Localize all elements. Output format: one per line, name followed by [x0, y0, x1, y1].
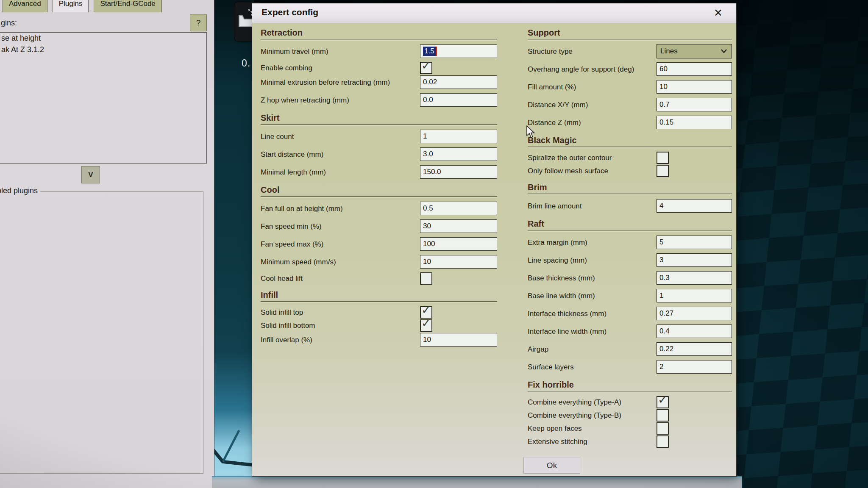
- input-base-line-width-mm[interactable]: [657, 289, 732, 302]
- mouse-cursor: [525, 125, 537, 138]
- input-distance-x-y-mm[interactable]: [657, 98, 732, 111]
- input-minimal-length-mm[interactable]: [420, 165, 497, 179]
- add-plugin-down-button[interactable]: V: [81, 166, 100, 183]
- checkbox-only-follow-mesh-surface[interactable]: [657, 165, 669, 177]
- section-heading-black-magic: Black Magic: [528, 135, 732, 146]
- field-label: Minimal extrusion before retracting (mm): [261, 78, 420, 86]
- field-label: Cool head lift: [261, 274, 420, 283]
- help-button[interactable]: ?: [190, 14, 207, 31]
- checkbox-keep-open-faces[interactable]: [657, 422, 669, 435]
- input-fan-speed-min[interactable]: [420, 219, 497, 233]
- row-base-line-width-mm: Base line width (mm): [528, 288, 732, 303]
- section-heading-support: Support: [528, 27, 732, 38]
- section-divider: [528, 194, 732, 195]
- ok-button[interactable]: Ok: [523, 457, 580, 474]
- plugins-list-label: gins:: [1, 19, 17, 28]
- input-base-thickness-mm[interactable]: [657, 271, 732, 285]
- field-control-slot: [657, 422, 732, 435]
- input-interface-thickness-mm[interactable]: [657, 307, 732, 320]
- tab-advanced[interactable]: Advanced: [3, 0, 47, 12]
- row-start-distance-mm: Start distance (mm): [261, 147, 497, 161]
- row-only-follow-mesh-surface: Only follow mesh surface: [528, 165, 732, 177]
- input-fill-amount[interactable]: [657, 80, 732, 94]
- field-label: Structure type: [528, 47, 657, 55]
- input-minimal-extrusion-before-retracting-mm[interactable]: [420, 75, 497, 89]
- row-cool-head-lift: Cool head lift: [261, 272, 497, 284]
- dialog-title: Expert config: [262, 7, 318, 17]
- input-minimum-speed-mm-s[interactable]: [420, 255, 497, 269]
- input-infill-overlap[interactable]: [420, 333, 497, 347]
- input-line-spacing-mm[interactable]: [657, 253, 732, 267]
- checkbox-extensive-stitching[interactable]: [657, 435, 669, 448]
- input-surface-layers[interactable]: [657, 360, 732, 374]
- field-control-slot: [420, 319, 497, 332]
- input-interface-line-width-mm[interactable]: [657, 324, 732, 338]
- field-control-slot: Lines: [657, 44, 732, 58]
- checkbox-spiralize-the-outer-contour[interactable]: [657, 152, 669, 164]
- input-distance-z-mm[interactable]: [657, 116, 732, 129]
- input-fan-speed-max[interactable]: [420, 237, 497, 251]
- field-control-slot: [657, 152, 732, 164]
- field-label: Z hop when retracting (mm): [261, 96, 420, 104]
- row-fill-amount: Fill amount (%): [528, 80, 732, 94]
- settings-tab-bar: Advanced Plugins Start/End-GCode: [3, 0, 162, 12]
- field-control-slot: [657, 396, 732, 408]
- row-minimum-travel-mm: Minimum travel (mm)1.5: [261, 44, 497, 58]
- row-interface-thickness-mm: Interface thickness (mm): [528, 306, 732, 321]
- input-line-count[interactable]: [420, 130, 497, 143]
- field-control-slot: [657, 435, 732, 448]
- input-airgap[interactable]: [657, 342, 732, 356]
- field-control-slot: [657, 289, 732, 302]
- checkbox-combine-everything-type-b[interactable]: [657, 409, 669, 421]
- field-control-slot: [657, 253, 732, 267]
- checkbox-cool-head-lift[interactable]: [420, 272, 432, 285]
- row-infill-overlap: Infill overlap (%): [261, 333, 497, 347]
- input-overhang-angle-for-support-deg[interactable]: [657, 62, 732, 76]
- list-item[interactable]: se at height: [0, 33, 206, 44]
- enabled-plugins-label: bled plugins: [0, 186, 40, 195]
- field-control-slot: [657, 62, 732, 76]
- field-label: Brim line amount: [528, 202, 657, 210]
- section-divider: [528, 230, 732, 232]
- row-solid-infill-bottom: Solid infill bottom: [261, 319, 497, 331]
- field-control-slot: [420, 62, 497, 74]
- field-label: Surface layers: [528, 363, 657, 371]
- cura-plugins-panel: Advanced Plugins Start/End-GCode gins: ?…: [0, 0, 214, 488]
- field-control-slot: [657, 342, 732, 356]
- field-control-slot: [657, 199, 732, 213]
- checkbox-solid-infill-bottom[interactable]: [420, 319, 432, 332]
- input-z-hop-when-retracting-mm[interactable]: [420, 93, 497, 107]
- list-item[interactable]: ak At Z 3.1.2: [0, 44, 206, 55]
- field-control-slot: [657, 98, 732, 111]
- field-label: Line spacing (mm): [528, 256, 657, 264]
- section-heading-raft: Raft: [528, 218, 732, 229]
- photographed-monitor: 0. Advanced Plugins Start/End-GCode gins…: [0, 0, 868, 488]
- field-control-slot: [420, 255, 497, 269]
- viewport-strip: 0.: [213, 0, 254, 488]
- section-divider: [528, 39, 732, 41]
- field-label: Infill overlap (%): [261, 336, 420, 344]
- section-divider: [528, 147, 732, 148]
- select-structure-type[interactable]: Lines: [657, 44, 732, 58]
- window-bottom-strip: [212, 476, 742, 488]
- field-label: Distance X/Y (mm): [528, 101, 657, 109]
- row-minimum-speed-mm-s: Minimum speed (mm/s): [261, 255, 497, 269]
- field-control-slot: [657, 80, 732, 94]
- input-brim-line-amount[interactable]: [657, 199, 732, 213]
- checkbox-enable-combing[interactable]: [420, 62, 432, 74]
- close-icon[interactable]: ✕: [711, 6, 725, 20]
- row-distance-x-y-mm: Distance X/Y (mm): [528, 97, 732, 112]
- tab-plugins[interactable]: Plugins: [53, 0, 89, 12]
- row-line-count: Line count: [261, 129, 497, 144]
- section-heading-cool: Cool: [261, 184, 497, 195]
- checkbox-combine-everything-type-a[interactable]: [657, 396, 669, 408]
- field-label: Base thickness (mm): [528, 274, 657, 282]
- input-minimum-travel-mm[interactable]: 1.5: [420, 44, 497, 58]
- input-start-distance-mm[interactable]: [420, 147, 497, 161]
- tab-start-end-gcode[interactable]: Start/End-GCode: [94, 0, 161, 12]
- dialog-titlebar[interactable]: Expert config ✕: [252, 3, 736, 23]
- input-extra-margin-mm[interactable]: [657, 236, 732, 249]
- selected-value: 1.5: [423, 47, 437, 56]
- input-fan-full-on-at-height-mm[interactable]: [420, 202, 497, 215]
- plugin-listbox[interactable]: se at height ak At Z 3.1.2: [0, 32, 207, 164]
